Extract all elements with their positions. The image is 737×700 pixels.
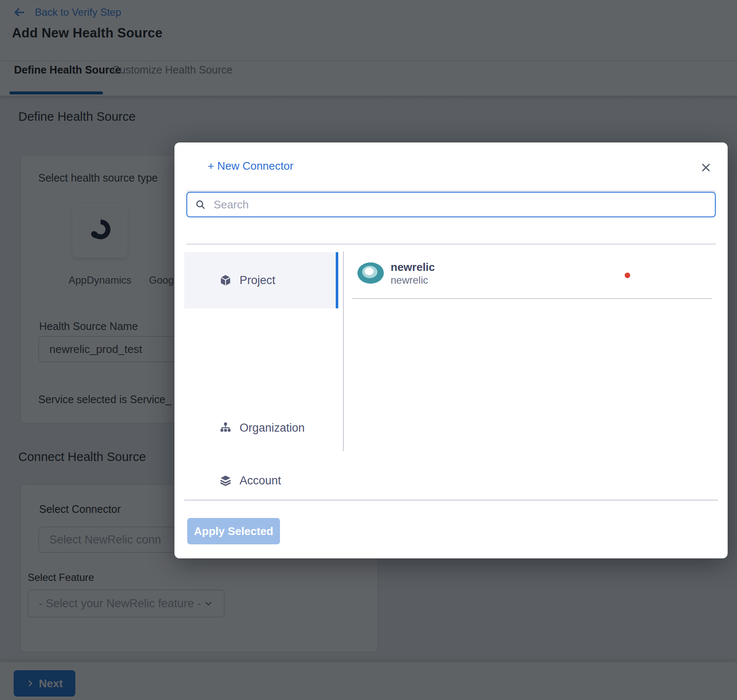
org-chart-icon xyxy=(219,421,232,434)
cube-icon xyxy=(219,274,232,287)
scope-item-label: Organization xyxy=(240,421,305,435)
apply-selected-label: Apply Selected xyxy=(194,525,273,538)
search-top-hairline xyxy=(186,191,716,191)
connector-id: newrelic xyxy=(391,274,428,286)
connector-list-item[interactable]: newrelic newrelic xyxy=(352,252,718,299)
scope-item-account[interactable]: Account xyxy=(184,461,338,500)
search-box xyxy=(186,192,716,217)
layers-icon xyxy=(219,474,232,487)
connector-list-panel: newrelic newrelic xyxy=(352,252,718,499)
connector-item-divider xyxy=(352,298,712,299)
newrelic-logo-core xyxy=(365,267,374,275)
status-dot xyxy=(625,273,630,278)
close-icon[interactable] xyxy=(699,160,713,175)
connector-name: newrelic xyxy=(391,261,435,274)
sidebar-divider xyxy=(343,251,344,451)
connector-select-modal: + New Connector Project xyxy=(174,142,728,558)
scope-item-project[interactable]: Project xyxy=(184,252,338,308)
scope-item-label: Project xyxy=(240,274,275,287)
app-root: Back to Verify Step Add New Health Sourc… xyxy=(0,0,737,700)
scope-item-organization[interactable]: Organization xyxy=(184,409,338,447)
active-scope-bar xyxy=(336,252,338,308)
new-connector-link[interactable]: + New Connector xyxy=(208,159,294,173)
search-input[interactable] xyxy=(213,198,707,212)
modal-footer-divider xyxy=(184,500,718,501)
apply-selected-button[interactable]: Apply Selected xyxy=(187,518,280,544)
scope-sidebar: Project Organization Account xyxy=(184,244,338,499)
newrelic-logo-icon xyxy=(357,262,384,284)
scope-item-label: Account xyxy=(240,474,281,487)
search-icon xyxy=(195,199,206,210)
